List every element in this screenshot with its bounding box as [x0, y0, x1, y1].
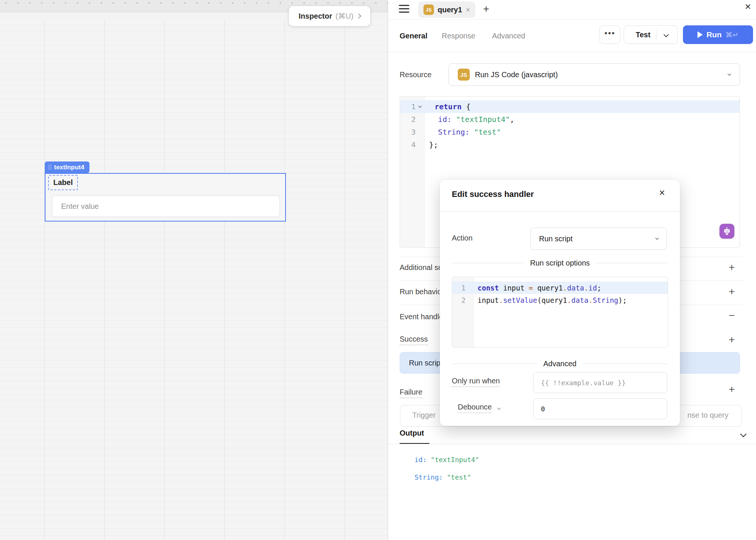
query-tab-name: query1 [438, 6, 462, 14]
only-run-when-label: Only run when [452, 377, 500, 387]
output-title[interactable]: Output [400, 429, 424, 437]
advanced-label: Advanced [544, 360, 577, 368]
only-run-when-placeholder: {{ !!example.value }} [541, 379, 626, 387]
code-token [451, 115, 456, 124]
component-label[interactable]: Label [48, 175, 78, 190]
output-key: id: [415, 456, 431, 464]
toolbar-divider [388, 52, 756, 52]
code-text: return { [435, 102, 470, 111]
output-divider [388, 444, 756, 444]
add-additional-scope-button[interactable]: + [727, 261, 737, 273]
run-script-options-divider: Run script options [453, 259, 667, 267]
add-failure-handler-button[interactable]: + [727, 383, 737, 395]
app-window: Inspector (⌘U) textInput4 Label Enter va… [0, 0, 756, 540]
code-token [469, 128, 474, 136]
code-token: (query1 [537, 296, 567, 304]
close-modal-icon[interactable]: × [659, 187, 665, 199]
run-script-code-editor[interactable]: 1const input = query1.data.id;2input.set… [452, 277, 668, 348]
close-panel-icon[interactable]: × [745, 1, 751, 13]
inspector-label: Inspector [299, 12, 332, 21]
close-tab-icon[interactable]: × [466, 6, 470, 14]
run-label: Run [706, 30, 722, 39]
code-text: input.setValue(query1.data.String); [478, 296, 627, 304]
code-token: }; [429, 140, 438, 149]
menu-icon[interactable] [399, 5, 409, 13]
play-icon [697, 31, 703, 38]
selected-component[interactable]: Label Enter value [45, 173, 286, 222]
chevron-down-icon[interactable] [664, 32, 669, 37]
test-mode-button[interactable]: Test [624, 25, 678, 44]
test-label: Test [626, 31, 656, 39]
code-token: const [478, 284, 499, 292]
inspector-shortcut: (⌘U) [336, 12, 353, 21]
add-query-button[interactable]: + [483, 3, 489, 15]
action-label: Action [452, 234, 473, 242]
code-token: ); [618, 296, 627, 304]
code-token: id: [438, 115, 451, 124]
collapse-output-button[interactable] [741, 431, 746, 438]
code-line: 1const input = query1.data.id; [452, 282, 668, 294]
code-token: input [478, 296, 499, 304]
code-token: . [563, 284, 567, 292]
add-success-handler-button[interactable]: + [727, 334, 737, 346]
line-number: 3 [400, 128, 416, 136]
code-token [429, 128, 438, 136]
drag-handle-icon[interactable] [48, 165, 51, 170]
tab-general[interactable]: General [400, 32, 427, 40]
code-token: setValue [503, 296, 538, 304]
line-number: 1 [452, 284, 466, 292]
query-tab[interactable]: JS query1 × [418, 1, 475, 18]
chevron-down-icon [728, 72, 731, 76]
component-tag[interactable]: textInput4 [45, 161, 89, 173]
modal-header-divider [440, 211, 680, 211]
robot-icon [722, 227, 731, 236]
code-line: 3 String: "test" [400, 126, 740, 138]
code-token: { [462, 102, 470, 111]
output-value: "test" [447, 473, 471, 481]
fold-chevron-icon[interactable] [418, 104, 422, 108]
component-label-text: Label [53, 178, 73, 186]
code-text: const input = query1.data.id; [478, 284, 601, 292]
js-icon: JS [423, 4, 434, 15]
resource-select[interactable]: JS Run JS Code (javascript) [448, 63, 740, 86]
collapse-event-handlers-button[interactable]: − [727, 310, 737, 321]
code-token: . [584, 284, 588, 292]
run-shortcut: ⌘↵ [725, 31, 738, 39]
action-select[interactable]: Run script [530, 227, 667, 250]
tab-response[interactable]: Response [442, 32, 475, 40]
code-token: . [588, 296, 592, 304]
action-value: Run script [539, 235, 656, 243]
js-icon: JS [458, 69, 470, 81]
run-query-button[interactable]: Run ⌘↵ [683, 25, 753, 44]
section-run-behavior: Run behavior [400, 288, 444, 296]
output-value: "textInput4" [431, 456, 479, 464]
code-token: id [588, 284, 597, 292]
component-text-input[interactable]: Enter value [52, 195, 280, 217]
canvas[interactable]: Inspector (⌘U) textInput4 Label Enter va… [0, 0, 388, 540]
output-content: id: "textInput4"String: "test" [415, 456, 479, 491]
canvas-grid[interactable] [0, 19, 388, 540]
add-run-behavior-button[interactable]: + [727, 286, 737, 298]
advanced-divider: Advanced [453, 360, 667, 368]
code-line: 1return { [400, 100, 740, 113]
chevron-down-icon[interactable] [497, 406, 501, 410]
output-line: id: "textInput4" [415, 456, 479, 473]
code-token: data [571, 296, 589, 304]
code-line: 2 id: "textInput4", [400, 113, 740, 126]
ai-assistant-button[interactable] [719, 224, 734, 239]
more-options-button[interactable]: ••• [599, 25, 620, 44]
success-label: Success [400, 335, 428, 345]
code-token: . [567, 296, 571, 304]
inspector-button[interactable]: Inspector (⌘U) [289, 6, 370, 26]
modal-title: Edit success handler [452, 189, 534, 199]
resource-value: Run JS Code (javascript) [475, 70, 723, 79]
code-text: String: "test" [429, 128, 501, 136]
code-text: id: "textInput4", [429, 115, 514, 124]
only-run-when-input[interactable]: {{ !!example.value }} [533, 372, 667, 393]
code-token: String: [438, 128, 469, 136]
code-token: , [510, 115, 514, 124]
code-text: }; [429, 140, 438, 149]
resource-label: Resource [400, 70, 432, 79]
tab-advanced[interactable]: Advanced [492, 32, 525, 40]
debounce-input[interactable]: 0 [533, 398, 667, 419]
